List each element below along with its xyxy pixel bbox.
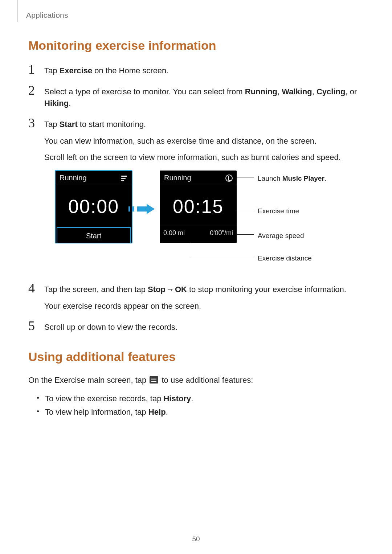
text: , <box>277 87 282 96</box>
section-label: Applications <box>26 11 68 20</box>
menu-icon[interactable] <box>121 174 128 182</box>
step-number: 4 <box>28 282 38 295</box>
step-4: 4 Tap the screen, and then tap Stop → OK… <box>28 282 364 312</box>
bold-cycling: Cycling <box>317 87 345 96</box>
bold-start: Start <box>60 120 78 129</box>
exercise-timer: 00:00 <box>55 185 132 227</box>
text: You can view information, such as exerci… <box>44 135 364 147</box>
menu-icon <box>150 376 158 383</box>
bold-music-player: Music Player <box>282 175 324 182</box>
bold-stop: Stop <box>148 285 166 294</box>
start-button[interactable]: Start <box>57 228 130 243</box>
bold-walking: Walking <box>282 87 312 96</box>
leader-line <box>237 177 254 177</box>
text: Scroll left on the screen to view more i… <box>44 152 364 163</box>
bold-exercise: Exercise <box>60 66 93 75</box>
callout-distance: Exercise distance <box>258 253 312 263</box>
text: Your exercise records appear on the scre… <box>44 300 364 312</box>
text: to use additional features: <box>159 376 253 385</box>
text: Tap the screen, and then tap <box>44 285 148 294</box>
text: On the Exercise main screen, tap <box>28 376 148 385</box>
text: , or <box>345 87 357 96</box>
text: Select a type of exercise to monitor. Yo… <box>44 87 245 96</box>
bold-ok: OK <box>175 285 187 294</box>
list-item: To view the exercise records, tap Histor… <box>37 392 364 405</box>
steps-list: 1 Tap Exercise on the Home screen. 2 Sel… <box>28 63 364 333</box>
arrow-glyph: → <box>166 284 175 295</box>
step-number: 5 <box>28 319 38 332</box>
watch-screen-before: Running 00:00 Start <box>55 171 132 243</box>
watch-screen-after: Running 00:15 0.00 mi 0'00"/mi <box>160 171 237 243</box>
step-1: 1 Tap Exercise on the Home screen. <box>28 63 364 77</box>
text: . <box>166 407 168 416</box>
bold-hiking: Hiking <box>44 99 69 108</box>
bold-running: Running <box>245 87 277 96</box>
text: . <box>191 394 193 403</box>
text: Scroll up or down to view the records. <box>44 321 364 333</box>
watch-title: Running <box>60 173 87 183</box>
text: To view the exercise records, tap <box>45 394 163 403</box>
bold-history: History <box>163 394 191 403</box>
header-rule <box>17 0 18 22</box>
text: Launch <box>258 175 282 182</box>
step-2: 2 Select a type of exercise to monitor. … <box>28 84 364 109</box>
watch-titlebar: Running <box>55 171 132 185</box>
exercise-distance: 0.00 mi <box>163 228 185 238</box>
step-number: 2 <box>28 84 38 97</box>
leader-line <box>189 257 254 257</box>
callout-music: Launch Music Player. <box>258 173 326 184</box>
start-button-label: Start <box>86 231 101 241</box>
text: . <box>69 99 71 108</box>
music-player-icon[interactable] <box>225 174 233 182</box>
step-body: Tap Exercise on the Home screen. <box>44 63 364 77</box>
text: Tap <box>44 120 60 129</box>
callout-time: Exercise time <box>258 206 299 216</box>
figure: Running 00:00 Start Running <box>54 171 364 265</box>
watch-title: Running <box>164 173 191 183</box>
exercise-pace: 0'00"/mi <box>210 228 233 238</box>
heading-additional-features: Using additional features <box>28 350 364 364</box>
callout-speed: Average speed <box>258 231 304 241</box>
page-indicator <box>160 239 237 243</box>
text: Tap <box>44 66 60 75</box>
leader-line <box>189 241 189 257</box>
step-body: Scroll up or down to view the records. <box>44 319 364 333</box>
arrow-right-icon <box>137 204 157 214</box>
text: to start monitoring. <box>78 120 146 129</box>
watch-titlebar: Running <box>160 171 237 185</box>
exercise-stats: 0.00 mi 0'00"/mi <box>160 226 237 239</box>
step-3: 3 Tap Start to start monitoring. You can… <box>28 116 364 275</box>
list-item: To view help information, tap Help. <box>37 405 364 419</box>
features-intro: On the Exercise main screen, tap to use … <box>28 374 364 386</box>
text: , <box>312 87 317 96</box>
step-body: Tap the screen, and then tap Stop → OK t… <box>44 282 364 312</box>
step-5: 5 Scroll up or down to view the records. <box>28 319 364 333</box>
manual-page: Applications Monitoring exercise informa… <box>0 0 392 554</box>
heading-monitoring: Monitoring exercise information <box>28 38 364 53</box>
bold-help: Help <box>148 407 166 416</box>
step-number: 3 <box>28 116 38 130</box>
text: . <box>324 175 326 182</box>
leader-line <box>237 234 254 235</box>
step-number: 1 <box>28 63 38 76</box>
step-body: Select a type of exercise to monitor. Yo… <box>44 84 364 109</box>
text: To view help information, tap <box>45 407 148 416</box>
text: to stop monitoring your exercise informa… <box>187 285 346 294</box>
leader-line <box>237 210 254 210</box>
features-list: To view the exercise records, tap Histor… <box>28 392 364 419</box>
page-number: 50 <box>0 535 392 543</box>
text: on the Home screen. <box>92 66 168 75</box>
step-body: Tap Start to start monitoring. You can v… <box>44 116 364 275</box>
exercise-timer: 00:15 <box>160 185 237 225</box>
